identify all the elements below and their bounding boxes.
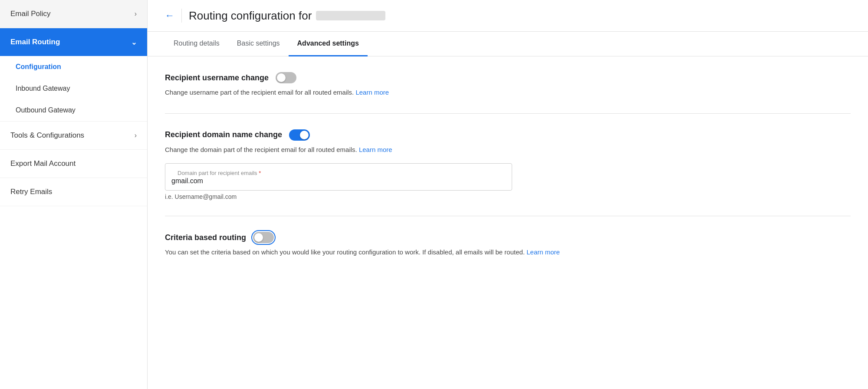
sidebar-item-label: Retry Emails <box>10 188 52 196</box>
section-title-username-change: Recipient username change <box>165 73 269 82</box>
setting-desc-criteria-routing: You can set the criteria based on which … <box>165 247 851 257</box>
sidebar-item-email-routing[interactable]: Email Routing ⌄ <box>0 28 147 56</box>
learn-more-username-change[interactable]: Learn more <box>355 89 389 96</box>
setting-row-domain-change: Recipient domain name change <box>165 129 851 141</box>
sidebar-item-tools-configurations[interactable]: Tools & Configurations › <box>0 122 147 150</box>
toggle-track-domain <box>289 129 310 141</box>
section-title-domain-change: Recipient domain name change <box>165 130 282 139</box>
toggle-criteria-based-routing[interactable] <box>253 232 274 243</box>
domain-input-label: Domain part for recipient emails * <box>171 166 506 176</box>
setting-desc-domain-change: Change the domain part of the recipient … <box>165 145 851 155</box>
toggle-recipient-username-change[interactable] <box>276 72 296 83</box>
domain-part-input[interactable] <box>171 176 506 186</box>
tab-routing-details[interactable]: Routing details <box>165 32 228 56</box>
domain-input-hint: i.e. Username@gmail.com <box>165 193 851 200</box>
sidebar-sub-email-routing: Configuration Inbound Gateway Outbound G… <box>0 56 147 122</box>
sidebar-item-label: Tools & Configurations <box>10 131 84 140</box>
domain-input-wrapper: Domain part for recipient emails * <box>165 163 512 191</box>
sidebar-item-label: Email Routing <box>10 38 60 46</box>
sidebar-item-label: Export Mail Account <box>10 159 76 168</box>
setting-row-criteria-routing: Criteria based routing <box>165 232 851 243</box>
learn-more-criteria-routing[interactable]: Learn more <box>526 248 560 256</box>
toggle-thumb-criteria <box>254 233 263 242</box>
tabs: Routing details Basic settings Advanced … <box>148 32 868 56</box>
page-title: Routing configuration for <box>189 9 385 23</box>
required-asterisk: * <box>259 170 261 176</box>
toggle-recipient-domain-name-change[interactable] <box>289 129 310 141</box>
sidebar-item-retry-emails[interactable]: Retry Emails <box>0 178 147 206</box>
page-title-text: Routing configuration for <box>189 9 312 23</box>
section-criteria-based-routing: Criteria based routing You can set the c… <box>165 232 851 273</box>
page-title-blurred <box>316 11 385 20</box>
sidebar-item-label: Email Policy <box>10 10 51 18</box>
chevron-right-icon: › <box>135 10 137 18</box>
section-recipient-username-change: Recipient username change Change usernam… <box>165 72 851 114</box>
sidebar: Email Policy › Email Routing ⌄ Configura… <box>0 0 148 389</box>
section-recipient-domain-name-change: Recipient domain name change Change the … <box>165 129 851 217</box>
toggle-thumb-domain <box>300 131 309 139</box>
sidebar-sub-label: Inbound Gateway <box>16 85 70 92</box>
setting-row-username-change: Recipient username change <box>165 72 851 83</box>
sidebar-item-configuration[interactable]: Configuration <box>0 56 147 78</box>
sidebar-item-export-mail-account[interactable]: Export Mail Account <box>0 150 147 178</box>
section-title-criteria-routing: Criteria based routing <box>165 233 246 242</box>
tab-basic-settings[interactable]: Basic settings <box>228 32 289 56</box>
sidebar-sub-label: Outbound Gateway <box>16 106 76 114</box>
toggle-thumb-username <box>277 73 286 82</box>
tab-advanced-settings[interactable]: Advanced settings <box>289 32 368 56</box>
sidebar-item-email-policy[interactable]: Email Policy › <box>0 0 147 28</box>
toggle-track-username <box>276 72 296 83</box>
settings-content: Recipient username change Change usernam… <box>148 56 868 304</box>
sidebar-item-inbound-gateway[interactable]: Inbound Gateway <box>0 78 147 99</box>
header-divider <box>181 9 182 23</box>
chevron-down-icon: ⌄ <box>131 38 137 46</box>
sidebar-sub-label: Configuration <box>16 63 61 71</box>
toggle-track-criteria <box>253 232 274 243</box>
main-content: ← Routing configuration for Routing deta… <box>148 0 868 389</box>
setting-desc-username-change: Change username part of the recipient em… <box>165 88 851 98</box>
learn-more-domain-change[interactable]: Learn more <box>359 146 392 153</box>
chevron-right-icon: › <box>135 132 137 139</box>
sidebar-item-outbound-gateway[interactable]: Outbound Gateway <box>0 99 147 121</box>
page-header: ← Routing configuration for <box>148 0 868 32</box>
back-button[interactable]: ← <box>165 10 174 21</box>
